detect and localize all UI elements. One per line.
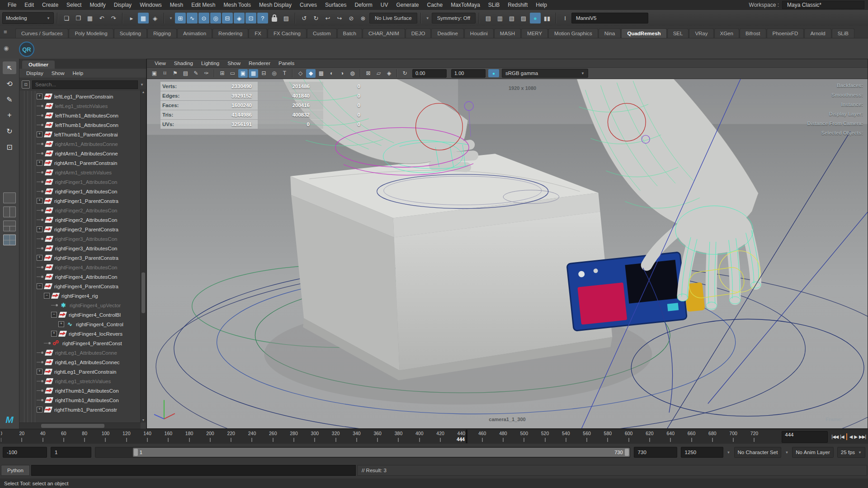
command-input[interactable] bbox=[31, 465, 356, 476]
menu-surfaces[interactable]: Surfaces bbox=[321, 2, 350, 8]
outliner-item[interactable]: rightFinger4_AttributesCon bbox=[19, 263, 146, 272]
menu-cache[interactable]: Cache bbox=[423, 2, 447, 8]
animation-end-field[interactable]: 1250 bbox=[681, 447, 723, 458]
safe-action-icon[interactable]: ◎ bbox=[269, 69, 279, 78]
menu-file[interactable]: File bbox=[4, 2, 20, 8]
history-one-icon[interactable]: ↩ bbox=[322, 13, 333, 23]
camera-lock-icon[interactable]: ⌑ bbox=[160, 69, 170, 78]
snap-together-icon[interactable]: ⊡ bbox=[245, 13, 256, 23]
expand-toggle-icon[interactable]: + bbox=[37, 131, 42, 137]
wireframe-on-shaded-icon[interactable]: ◈ bbox=[384, 69, 394, 78]
outliner-item[interactable]: rightArm1_stretchValues bbox=[19, 168, 146, 177]
shelf-tab-motion-graphics[interactable]: Motion Graphics bbox=[548, 28, 598, 38]
select-component-icon[interactable]: ◈ bbox=[150, 13, 160, 23]
snap-projected-center-icon[interactable]: ◎ bbox=[210, 13, 221, 23]
shelf-tab-bifrost[interactable]: Bifrost bbox=[740, 28, 766, 38]
snap-view-plane-icon[interactable]: ⊟ bbox=[222, 13, 233, 23]
range-end-handle[interactable] bbox=[625, 449, 629, 456]
move-tool[interactable]: + bbox=[3, 109, 16, 122]
isolate-select-icon[interactable]: ⊠ bbox=[363, 69, 373, 78]
textured-display-icon[interactable]: ▩ bbox=[316, 69, 326, 78]
field-chart-icon[interactable]: ⊟ bbox=[259, 69, 269, 78]
range-slider[interactable]: 1 730 bbox=[95, 447, 630, 458]
snap-release-icon[interactable]: ? bbox=[257, 13, 268, 23]
shelf-tab-nina[interactable]: Nina bbox=[599, 28, 621, 38]
highlight-selection-icon[interactable]: ▨ bbox=[281, 13, 292, 23]
outliner-item[interactable]: rightThumb1_AttributesCon bbox=[19, 386, 146, 395]
menu-generate[interactable]: Generate bbox=[392, 2, 423, 8]
outliner-item[interactable]: +rightFinger2_ParentConstra bbox=[19, 225, 146, 234]
viewport-menu-lighting[interactable]: Lighting bbox=[197, 61, 223, 66]
anim-layer-dropdown[interactable]: No Anim Layer bbox=[792, 447, 833, 458]
undo-icon[interactable]: ↶ bbox=[96, 13, 107, 23]
render-view-icon[interactable]: ▤ bbox=[483, 13, 494, 23]
menu-edit-mesh[interactable]: Edit Mesh bbox=[187, 2, 219, 8]
menu-mesh-display[interactable]: Mesh Display bbox=[255, 2, 296, 8]
outliner-item[interactable]: leftThumb1_AttributesConn bbox=[19, 111, 146, 120]
history-three-icon[interactable]: ⊘ bbox=[346, 13, 357, 23]
range-start-handle[interactable] bbox=[134, 449, 138, 456]
symmetry-indicator[interactable]: Symmetry: Off bbox=[432, 13, 476, 23]
new-scene-icon[interactable]: ❏ bbox=[61, 13, 72, 23]
outliner-item[interactable]: +rightArm1_ParentConstrain bbox=[19, 158, 146, 168]
shaded-display-icon[interactable]: ◆ bbox=[306, 69, 316, 78]
render-sequence-icon[interactable]: ▨ bbox=[518, 13, 529, 23]
outliner-item[interactable]: rightLeg1_stretchValues bbox=[19, 376, 146, 386]
outliner-item[interactable]: rightFinger2_AttributesCon bbox=[19, 206, 146, 215]
layout-four-pane-button[interactable] bbox=[3, 235, 16, 245]
play-forwards-button[interactable]: ▶ bbox=[854, 434, 857, 439]
layout-two-pane-button[interactable] bbox=[3, 206, 16, 217]
image-plane-icon[interactable]: ▤ bbox=[181, 69, 190, 78]
animation-start-field[interactable]: -100 bbox=[3, 447, 47, 458]
two-d-pan-zoom-icon[interactable]: ✎ bbox=[191, 69, 201, 78]
shelf-tab-mery[interactable]: MERY bbox=[521, 28, 548, 38]
menu-mesh-tools[interactable]: Mesh Tools bbox=[220, 2, 255, 8]
resolution-gate-icon[interactable]: ▣ bbox=[238, 69, 248, 78]
chevron-down-icon[interactable]: ▼ bbox=[727, 450, 731, 455]
render-current-frame-icon[interactable]: ▥ bbox=[495, 13, 505, 23]
command-language-toggle[interactable]: Python bbox=[1, 465, 30, 476]
outliner-item[interactable]: ✱rightFinger4_upVector bbox=[19, 300, 146, 310]
lasso-tool[interactable]: ⟲ bbox=[3, 77, 16, 90]
outliner-item[interactable]: −rightFinger4_ParentConstra bbox=[19, 282, 146, 291]
expand-toggle-icon[interactable]: + bbox=[51, 331, 57, 337]
outliner-item[interactable]: +rightThumb1_ParentConstr bbox=[19, 405, 146, 414]
snap-grid-icon[interactable]: ⊞ bbox=[175, 13, 186, 23]
playback-end-field[interactable]: 730 bbox=[634, 447, 677, 458]
shelf-tab-fx-caching[interactable]: FX Caching bbox=[268, 28, 307, 38]
character-name-field[interactable]: ManniV5 bbox=[571, 13, 648, 23]
snap-point-icon[interactable]: ⊙ bbox=[198, 13, 209, 23]
go-to-end-button[interactable]: ▶▶| bbox=[859, 434, 866, 439]
expand-toggle-icon[interactable]: − bbox=[44, 293, 50, 299]
exposure-icon[interactable]: ↻ bbox=[400, 69, 410, 78]
scroll-up-icon[interactable]: ▲ bbox=[141, 90, 146, 94]
go-to-start-button[interactable]: |◀◀ bbox=[831, 434, 838, 439]
current-frame-field[interactable]: 444 bbox=[782, 431, 828, 443]
shelf-tab-vray[interactable]: VRay bbox=[689, 28, 713, 38]
safe-title-icon[interactable]: T bbox=[280, 69, 289, 78]
shelf-tab-arnold[interactable]: Arnold bbox=[804, 28, 831, 38]
menu-modify[interactable]: Modify bbox=[85, 2, 109, 8]
select-object-icon[interactable]: ▦ bbox=[138, 13, 149, 23]
shelf-menu-icon[interactable]: ≡ bbox=[4, 28, 7, 35]
text-input-cursor-icon[interactable]: I bbox=[560, 13, 571, 23]
outliner-item[interactable]: +∿rightFinger4_Control bbox=[19, 319, 146, 329]
shelf-tab-houdini[interactable]: Houdini bbox=[464, 28, 494, 38]
outliner-item[interactable]: rightFinger1_AttributesCon bbox=[19, 177, 146, 187]
outliner-menu-show[interactable]: Show bbox=[47, 70, 69, 76]
shelf-tab-dejo[interactable]: DEJO bbox=[406, 28, 431, 38]
viewport-menu-view[interactable]: View bbox=[151, 61, 170, 66]
filter-icon[interactable]: ⊡ bbox=[22, 80, 30, 89]
film-gate-icon[interactable]: ▭ bbox=[228, 69, 237, 78]
snap-curve-icon[interactable]: ∿ bbox=[187, 13, 198, 23]
outliner-item[interactable]: rightFinger1_AttributesCon bbox=[19, 187, 146, 196]
expand-toggle-icon[interactable]: + bbox=[37, 226, 42, 232]
timeline-track[interactable]: 0204060801001201401601802002202402602803… bbox=[1, 430, 777, 443]
select-tool[interactable]: ➔ bbox=[3, 61, 16, 74]
scene-camera-icon[interactable]: ▣ bbox=[150, 69, 159, 78]
gate-mask-icon[interactable]: ▦ bbox=[249, 69, 258, 78]
input-connections-icon[interactable]: ↺ bbox=[299, 13, 310, 23]
expand-toggle-icon[interactable]: + bbox=[37, 94, 42, 99]
viewport-menu-show[interactable]: Show bbox=[223, 61, 245, 66]
rotate-tool[interactable]: ↻ bbox=[3, 125, 16, 137]
